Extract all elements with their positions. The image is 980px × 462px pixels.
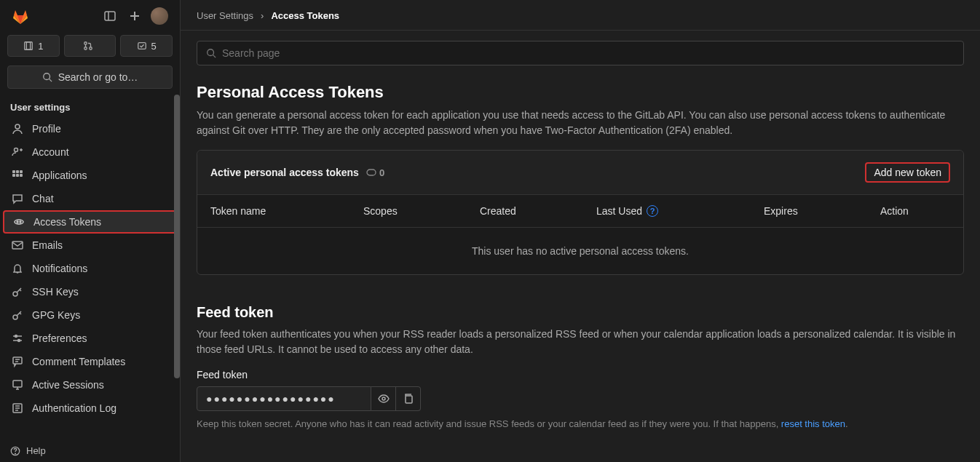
svg-rect-0	[105, 12, 115, 20]
sidebar-item-emails[interactable]: Emails	[0, 234, 180, 257]
svg-rect-5	[27, 42, 33, 50]
preferences-icon	[12, 332, 23, 344]
svg-rect-20	[16, 174, 19, 177]
bell-icon	[12, 263, 23, 274]
sidebar-section-header: User settings	[0, 95, 180, 117]
svg-point-30	[15, 335, 17, 338]
plus-icon[interactable]	[126, 7, 143, 25]
copy-token-button[interactable]	[396, 386, 421, 411]
issues-count: 1	[38, 41, 43, 52]
sidebar-item-preferences[interactable]: Preferences	[0, 327, 180, 350]
empty-state: This user has no active personal access …	[197, 228, 963, 274]
svg-point-13	[15, 148, 18, 152]
monitor-icon	[12, 379, 23, 391]
sidebar-item-active-sessions[interactable]: Active Sessions	[0, 373, 180, 397]
todos-counter[interactable]: 5	[120, 35, 173, 57]
help-link[interactable]: Help	[0, 439, 180, 462]
key-icon	[12, 309, 23, 321]
svg-point-24	[20, 221, 21, 223]
sidebar-item-label: Access Tokens	[33, 216, 101, 228]
gitlab-logo-icon[interactable]	[12, 7, 29, 25]
search-page-input[interactable]	[222, 47, 955, 59]
table-header-row: Token name Scopes Created Last Used ? Ex…	[197, 195, 963, 228]
avatar[interactable]	[151, 7, 168, 25]
tokens-card: Active personal access tokens 0 Add new …	[197, 150, 964, 275]
help-icon[interactable]: ?	[647, 205, 658, 217]
svg-point-43	[15, 453, 16, 454]
sidebar-item-access-tokens[interactable]: Access Tokens	[3, 210, 177, 234]
card-header: Active personal access tokens 0 Add new …	[197, 151, 963, 195]
breadcrumb-parent[interactable]: User Settings	[197, 10, 253, 21]
sidebar: 1 5 Search or go to… User settings Profi…	[0, 0, 181, 462]
sidebar-search[interactable]: Search or go to…	[7, 65, 173, 89]
sidebar-search-label: Search or go to…	[58, 71, 138, 83]
svg-rect-21	[20, 174, 23, 177]
col-created: Created	[480, 205, 596, 217]
sidebar-item-label: Authentication Log	[32, 402, 116, 414]
counter-row: 1 5	[0, 32, 180, 60]
sidebar-item-account[interactable]: Account	[0, 140, 180, 164]
sidebar-item-notifications[interactable]: Notifications	[0, 257, 180, 280]
svg-rect-18	[20, 170, 23, 173]
todos-count: 5	[151, 41, 157, 52]
svg-rect-35	[13, 381, 22, 387]
breadcrumb-separator: ›	[261, 10, 264, 21]
sidebar-item-profile[interactable]: Profile	[0, 117, 180, 140]
svg-point-47	[382, 397, 385, 400]
mrs-counter[interactable]	[64, 35, 116, 57]
col-token-name: Token name	[210, 205, 363, 217]
col-last-used: Last Used ?	[596, 205, 764, 217]
svg-rect-48	[406, 396, 412, 403]
search-icon	[206, 48, 216, 58]
profile-icon	[12, 123, 23, 135]
token-count: 0	[379, 167, 384, 178]
svg-rect-4	[25, 42, 31, 50]
feed-token-input[interactable]: ●●●●●●●●●●●●●●●●●	[197, 386, 371, 411]
breadcrumb: User Settings › Access Tokens	[181, 0, 980, 31]
svg-point-10	[43, 73, 50, 80]
card-title: Active personal access tokens	[210, 167, 359, 178]
token-count-badge: 0	[366, 167, 384, 178]
sidebar-toggle-icon[interactable]	[101, 7, 119, 25]
sidebar-item-label: Active Sessions	[32, 379, 104, 391]
page-description: You can generate a personal access token…	[197, 108, 964, 138]
applications-icon	[12, 170, 23, 181]
search-page[interactable]	[197, 41, 964, 65]
svg-point-6	[84, 42, 87, 45]
sidebar-item-chat[interactable]: Chat	[0, 187, 180, 210]
sidebar-item-label: SSH Keys	[32, 286, 79, 298]
svg-rect-46	[367, 170, 376, 175]
svg-point-31	[18, 340, 20, 342]
main: User Settings › Access Tokens Personal A…	[181, 0, 980, 462]
token-icon	[13, 216, 25, 228]
sidebar-item-label: Applications	[32, 170, 87, 181]
col-action: Action	[880, 205, 938, 217]
chat-icon	[12, 193, 23, 204]
svg-line-45	[213, 55, 216, 58]
key-icon	[12, 286, 23, 298]
svg-rect-19	[12, 174, 15, 177]
svg-point-7	[84, 47, 87, 50]
scrollbar[interactable]	[174, 95, 180, 378]
sidebar-item-label: Profile	[32, 123, 61, 135]
sidebar-item-applications[interactable]: Applications	[0, 164, 180, 187]
sidebar-item-label: Comment Templates	[32, 356, 125, 367]
reset-token-link[interactable]: reset this token	[781, 418, 845, 429]
svg-rect-17	[16, 170, 19, 173]
sidebar-item-label: Notifications	[32, 263, 87, 274]
issues-counter[interactable]: 1	[7, 35, 60, 57]
reveal-token-button[interactable]	[371, 386, 396, 411]
sidebar-item-auth-log[interactable]: Authentication Log	[0, 397, 180, 420]
sidebar-item-label: Account	[32, 146, 69, 158]
svg-rect-32	[13, 357, 22, 364]
feed-token-row: ●●●●●●●●●●●●●●●●●	[197, 386, 964, 411]
svg-line-11	[49, 79, 52, 82]
sidebar-item-comment-templates[interactable]: Comment Templates	[0, 350, 180, 373]
sidebar-item-gpg-keys[interactable]: GPG Keys	[0, 303, 180, 327]
svg-point-23	[17, 221, 18, 223]
sidebar-item-ssh-keys[interactable]: SSH Keys	[0, 280, 180, 303]
add-new-token-button[interactable]: Add new token	[865, 162, 950, 183]
comment-icon	[12, 356, 23, 367]
sidebar-item-label: Emails	[32, 239, 63, 251]
col-scopes: Scopes	[363, 205, 480, 217]
